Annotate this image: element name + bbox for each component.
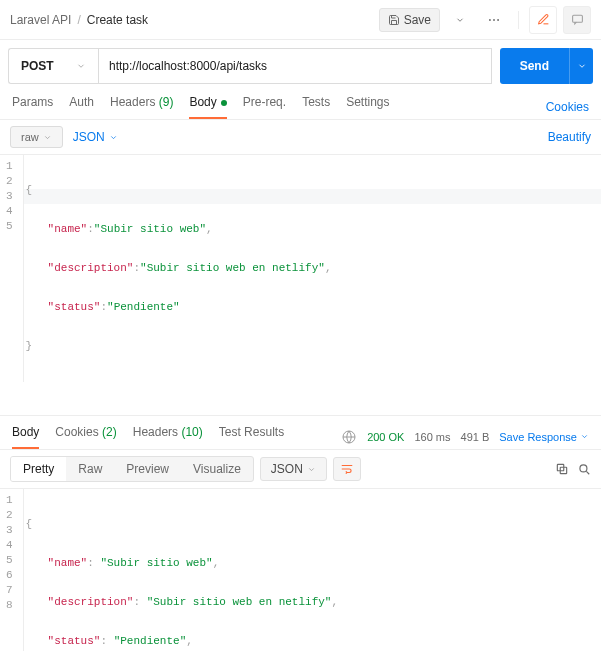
ellipsis-icon	[487, 13, 501, 27]
resp-format-label: JSON	[271, 462, 303, 476]
divider	[518, 11, 519, 29]
resp-tab-headers[interactable]: Headers (10)	[133, 425, 203, 449]
url-input[interactable]	[98, 48, 492, 84]
resp-cookies-label: Cookies	[55, 425, 98, 439]
tab-tests[interactable]: Tests	[302, 95, 330, 119]
top-bar: Laravel API / Create task Save	[0, 0, 601, 40]
cookies-link[interactable]: Cookies	[546, 100, 589, 114]
pencil-icon	[537, 13, 550, 26]
comment-icon	[571, 13, 584, 26]
code-area[interactable]: { "name": "Subir sitio web", "descriptio…	[24, 489, 601, 651]
body-mode-select[interactable]: raw	[10, 126, 63, 148]
save-button[interactable]: Save	[379, 8, 440, 32]
chevron-down-icon	[307, 465, 316, 474]
tab-headers[interactable]: Headers (9)	[110, 95, 173, 119]
response-tabs: Body Cookies (2) Headers (10) Test Resul…	[0, 416, 601, 450]
chevron-down-icon	[43, 133, 52, 142]
breadcrumb: Laravel API / Create task	[10, 13, 148, 27]
wrap-icon	[340, 462, 354, 476]
save-icon	[388, 14, 400, 26]
tab-params[interactable]: Params	[12, 95, 53, 119]
resp-cookies-count: (2)	[102, 425, 117, 439]
method-select[interactable]: POST	[8, 48, 98, 84]
more-button[interactable]	[480, 6, 508, 34]
url-bar: POST Send	[0, 40, 601, 84]
svg-line-8	[586, 471, 589, 474]
tab-body[interactable]: Body	[189, 95, 226, 119]
headers-count: (9)	[159, 95, 174, 109]
save-dropdown[interactable]	[446, 6, 474, 34]
line-gutter: 12345	[0, 155, 24, 382]
svg-rect-3	[572, 15, 582, 22]
globe-icon[interactable]	[341, 429, 357, 445]
request-tabs: Params Auth Headers (9) Body Pre-req. Te…	[0, 84, 601, 120]
response-right-actions	[555, 462, 591, 476]
resp-format-select[interactable]: JSON	[260, 457, 327, 481]
request-name[interactable]: Create task	[87, 13, 148, 27]
seg-preview[interactable]: Preview	[114, 457, 181, 481]
body-options-row: raw JSON Beautify	[0, 120, 601, 155]
chevron-down-icon	[580, 432, 589, 441]
svg-point-0	[489, 19, 491, 21]
tab-auth[interactable]: Auth	[69, 95, 94, 119]
svg-point-2	[497, 19, 499, 21]
body-format-label: JSON	[73, 130, 105, 144]
seg-visualize[interactable]: Visualize	[181, 457, 253, 481]
response-body-viewer[interactable]: 12345678 { "name": "Subir sitio web", "d…	[0, 489, 601, 651]
collection-name[interactable]: Laravel API	[10, 13, 71, 27]
resp-tab-tests[interactable]: Test Results	[219, 425, 284, 449]
tab-settings[interactable]: Settings	[346, 95, 389, 119]
svg-point-1	[493, 19, 495, 21]
resp-headers-count: (10)	[181, 425, 202, 439]
view-segment: Pretty Raw Preview Visualize	[10, 456, 254, 482]
copy-icon[interactable]	[555, 462, 569, 476]
body-format-select[interactable]: JSON	[73, 130, 118, 144]
edit-button[interactable]	[529, 6, 557, 34]
save-response-link[interactable]: Save Response	[499, 431, 589, 443]
response-time: 160 ms	[414, 431, 450, 443]
body-mode-label: raw	[21, 131, 39, 143]
svg-point-7	[580, 465, 587, 472]
code-area[interactable]: { "name":"Subir sitio web", "description…	[24, 155, 601, 382]
status-group: 200 OK 160 ms 491 B Save Response	[341, 429, 589, 445]
resp-headers-label: Headers	[133, 425, 178, 439]
status-code: 200 OK	[367, 431, 404, 443]
beautify-link[interactable]: Beautify	[548, 130, 591, 144]
method-label: POST	[21, 59, 54, 73]
send-button[interactable]: Send	[500, 48, 569, 84]
seg-pretty[interactable]: Pretty	[11, 457, 66, 481]
chevron-down-icon	[577, 61, 587, 71]
chevron-down-icon	[455, 15, 465, 25]
tab-headers-label: Headers	[110, 95, 155, 109]
send-dropdown[interactable]	[569, 48, 593, 84]
resp-tab-cookies[interactable]: Cookies (2)	[55, 425, 116, 449]
response-controls: Pretty Raw Preview Visualize JSON	[0, 450, 601, 489]
wrap-lines-button[interactable]	[333, 457, 361, 481]
response-size: 491 B	[461, 431, 490, 443]
chevron-down-icon	[76, 61, 86, 71]
body-indicator-icon	[221, 100, 227, 106]
tab-prereq[interactable]: Pre-req.	[243, 95, 286, 119]
tab-body-label: Body	[189, 95, 216, 109]
comments-button[interactable]	[563, 6, 591, 34]
save-button-label: Save	[404, 13, 431, 27]
search-icon[interactable]	[577, 462, 591, 476]
top-actions: Save	[379, 6, 591, 34]
chevron-down-icon	[109, 133, 118, 142]
breadcrumb-separator: /	[77, 13, 80, 27]
line-gutter: 12345678	[0, 489, 24, 651]
seg-raw[interactable]: Raw	[66, 457, 114, 481]
send-group: Send	[500, 48, 593, 84]
request-body-editor[interactable]: 12345 { "name":"Subir sitio web", "descr…	[0, 155, 601, 416]
resp-tab-body[interactable]: Body	[12, 425, 39, 449]
